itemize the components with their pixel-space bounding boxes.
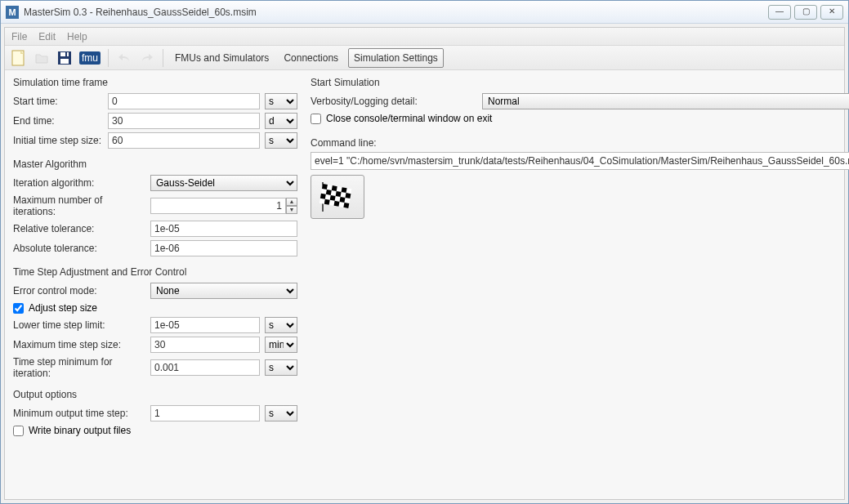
app-window: M MasterSim 0.3 - Reihenhaus_GaussSeidel… [0,0,849,504]
error-mode-select[interactable]: None [150,283,297,299]
menu-edit[interactable]: Edit [38,31,56,42]
cmdline-label: Command line: [311,137,849,149]
adjust-step-label: Adjust step size [29,302,97,314]
titlebar: M MasterSim 0.3 - Reihenhaus_GaussSeidel… [1,1,848,24]
svg-rect-11 [332,185,337,191]
max-step-label: Maximum time step size: [13,339,145,350]
lower-step-label: Lower time step limit: [13,319,145,331]
group-timeframe-title: Simulation time frame [13,77,297,88]
redo-icon[interactable] [138,49,156,67]
close-console-checkbox[interactable] [311,114,321,124]
init-step-unit[interactable]: s [265,132,297,149]
start-time-label: Start time: [13,96,103,107]
lower-step-unit[interactable]: s [265,317,297,333]
toolbar: fmu FMUs and Simulators Connections Simu… [5,46,844,70]
min-iter-step-label: Time step minimum for iteration: [13,356,145,379]
reltol-input[interactable] [150,221,297,237]
abstol-label: Absolute tolerance: [13,243,145,254]
group-start-title: Start Simulation [311,77,849,88]
group-output-title: Output options [13,389,297,400]
close-console-label: Close console/terminal window on exit [326,113,492,124]
menubar: File Edit Help [5,28,844,46]
minimize-button[interactable]: — [768,5,791,20]
iter-algo-label: Iteration algorithm: [13,177,145,189]
run-button[interactable] [311,175,364,219]
verbosity-label: Verbosity/Logging detail: [311,96,477,107]
open-icon[interactable] [33,49,51,67]
init-step-input[interactable] [108,132,260,149]
max-step-input[interactable] [150,337,260,353]
error-mode-label: Error control mode: [13,285,145,297]
svg-rect-20 [334,201,340,207]
minout-input[interactable] [150,405,260,421]
init-step-label: Initial time step size: [13,135,103,146]
binary-output-label: Write binary output files [29,425,131,436]
svg-rect-15 [345,193,351,198]
svg-text:fmu: fmu [82,52,98,64]
maxiter-label: Maximum number of iterations: [13,194,145,217]
start-time-unit[interactable]: s [265,93,297,109]
svg-rect-5 [65,52,67,56]
window-title: MasterSim 0.3 - Reihenhaus_GaussSeidel_6… [24,7,257,18]
lower-step-input[interactable] [150,317,260,333]
tab-connections[interactable]: Connections [279,49,343,67]
minout-unit[interactable]: s [265,405,297,421]
maxiter-input[interactable] [150,198,286,214]
svg-rect-4 [60,59,69,64]
svg-rect-16 [320,194,326,199]
undo-icon[interactable] [115,49,133,67]
svg-rect-12 [342,187,347,193]
svg-rect-18 [340,197,346,203]
app-icon: M [6,6,19,19]
svg-rect-17 [330,195,336,201]
start-time-input[interactable] [108,93,260,109]
binary-output-checkbox[interactable] [13,426,24,436]
tab-fmus[interactable]: FMUs and Simulators [170,49,274,67]
abstol-input[interactable] [150,240,297,256]
menu-help[interactable]: Help [67,31,87,42]
group-algo-title: Master Algorithm [13,158,297,170]
menu-file[interactable]: File [11,31,27,42]
svg-rect-19 [324,199,330,205]
save-icon[interactable] [56,49,74,67]
maximize-button[interactable]: ▢ [794,5,817,20]
end-time-label: End time: [13,115,103,127]
new-icon[interactable] [10,49,28,67]
min-iter-step-unit[interactable]: s [265,359,297,376]
end-time-unit[interactable]: d [265,113,297,129]
content: Simulation time frame Start time: s End … [5,70,844,499]
cmdline-display: evel=1 "C:/home/svn/mastersim_trunk/data… [311,152,849,170]
iter-algo-select[interactable]: Gauss-Seidel [150,175,297,191]
tab-settings[interactable]: Simulation Settings [348,48,444,68]
fmu-icon[interactable]: fmu [78,49,101,67]
close-button[interactable]: ✕ [820,5,843,20]
svg-rect-13 [326,190,332,195]
max-step-unit[interactable]: min [265,337,297,353]
svg-rect-10 [322,184,328,190]
reltol-label: Relative tolerance: [13,223,145,234]
svg-rect-3 [60,52,69,56]
verbosity-select[interactable]: Normal [482,93,849,109]
maxiter-spinner[interactable]: ▲▼ [286,198,297,214]
client-area: File Edit Help fmu F [4,27,845,500]
svg-rect-14 [336,191,342,197]
group-adjust-title: Time Step Adjustment and Error Control [13,266,297,278]
checkered-flag-icon [318,181,357,213]
adjust-step-checkbox[interactable] [13,303,24,314]
min-iter-step-input[interactable] [150,359,260,376]
minout-label: Minimum output time step: [13,408,145,419]
end-time-input[interactable] [108,113,260,129]
svg-rect-21 [343,203,349,208]
